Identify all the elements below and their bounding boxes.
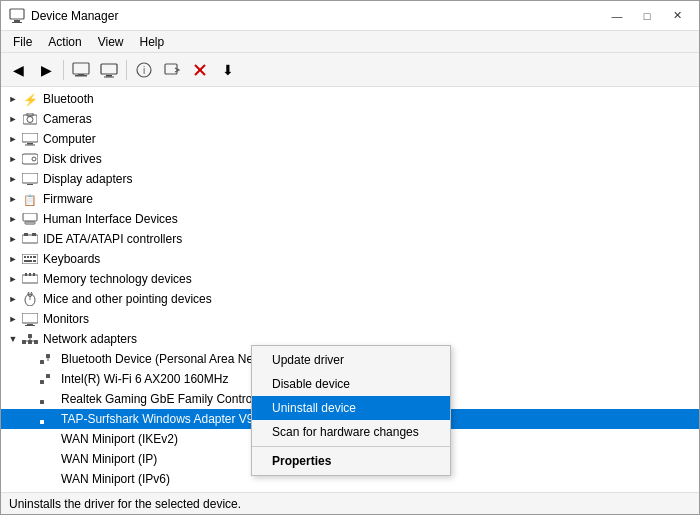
tree-item-firmware[interactable]: ► 📋 Firmware [1, 189, 699, 209]
svg-rect-29 [24, 233, 28, 236]
minimize-button[interactable]: — [603, 6, 631, 26]
svg-rect-60 [40, 420, 44, 424]
expand-keyboards[interactable]: ► [5, 251, 21, 267]
realtek-label: Realtek Gaming GbE Family Controller [61, 392, 268, 406]
svg-rect-58 [46, 374, 50, 378]
properties-button[interactable] [68, 57, 94, 83]
expand-memory[interactable]: ► [5, 271, 21, 287]
ctx-uninstall-device[interactable]: Uninstall device [252, 396, 450, 420]
svg-rect-45 [22, 313, 38, 323]
tree-item-ide[interactable]: ► IDE ATA/ATAPI controllers [1, 229, 699, 249]
svg-text:⚡: ⚡ [23, 92, 37, 106]
forward-button[interactable]: ▶ [33, 57, 59, 83]
scan-button[interactable] [159, 57, 185, 83]
menu-view[interactable]: View [90, 33, 132, 51]
svg-rect-19 [27, 143, 33, 145]
expand-ide[interactable]: ► [5, 231, 21, 247]
svg-rect-33 [27, 256, 29, 258]
disk-label: Disk drives [43, 152, 102, 166]
title-icon [9, 8, 25, 24]
svg-rect-31 [22, 254, 38, 264]
svg-rect-20 [25, 144, 35, 145]
memory-label: Memory technology devices [43, 272, 192, 286]
svg-rect-5 [78, 74, 84, 75]
svg-rect-47 [25, 325, 35, 326]
tree-item-keyboards[interactable]: ► Keyboards [1, 249, 699, 269]
close-button[interactable]: ✕ [663, 6, 691, 26]
svg-rect-51 [28, 334, 32, 338]
tree-item-disk[interactable]: ► Disk drives [1, 149, 699, 169]
expand-bluetooth[interactable]: ► [5, 91, 21, 107]
wan-ikev2-icon [39, 431, 57, 447]
ctx-scan-hardware[interactable]: Scan for hardware changes [252, 420, 450, 444]
mice-icon [21, 291, 39, 307]
expand-display[interactable]: ► [5, 171, 21, 187]
menu-file[interactable]: File [5, 33, 40, 51]
expand-mice[interactable]: ► [5, 291, 21, 307]
svg-text:i: i [143, 65, 145, 76]
svg-rect-37 [33, 260, 36, 262]
display-icon [21, 171, 39, 187]
svg-rect-59 [40, 400, 44, 404]
network-icon [21, 331, 39, 347]
ctx-separator [252, 446, 450, 447]
toolbar: ◀ ▶ i [1, 53, 699, 87]
tree-item-mice[interactable]: ► Mice and other pointing devices [1, 289, 699, 309]
tree-item-computer[interactable]: ► Computer [1, 129, 699, 149]
svg-rect-55 [46, 354, 50, 358]
content-area: ► ⚡ Bluetooth ► Cameras [1, 87, 699, 492]
maximize-button[interactable]: □ [633, 6, 661, 26]
tree-item-monitors[interactable]: ► Monitors [1, 309, 699, 329]
expand-monitors[interactable]: ► [5, 311, 21, 327]
menu-action[interactable]: Action [40, 33, 89, 51]
disk-icon [21, 151, 39, 167]
expand-hid[interactable]: ► [5, 211, 21, 227]
expand-network[interactable]: ▼ [5, 331, 21, 347]
svg-rect-57 [40, 380, 44, 384]
expand-disk[interactable]: ► [5, 151, 21, 167]
svg-rect-26 [23, 213, 37, 221]
menu-bar: File Action View Help [1, 31, 699, 53]
download-button[interactable]: ⬇ [215, 57, 241, 83]
back-button[interactable]: ◀ [5, 57, 31, 83]
tree-item-wan-l2tp[interactable]: WAN Miniport (L2TP) [1, 489, 699, 492]
monitors-icon [21, 311, 39, 327]
window-title: Device Manager [31, 9, 603, 23]
ctx-disable-device[interactable]: Disable device [252, 372, 450, 396]
menu-help[interactable]: Help [132, 33, 173, 51]
bt-device-icon [39, 351, 57, 367]
monitors-label: Monitors [43, 312, 89, 326]
svg-rect-34 [30, 256, 32, 258]
computer-button[interactable] [96, 57, 122, 83]
cameras-label: Cameras [43, 112, 92, 126]
status-bar: Uninstalls the driver for the selected d… [1, 492, 699, 514]
wan-ipv6-label: WAN Miniport (IPv6) [61, 472, 170, 486]
tree-item-display[interactable]: ► Display adapters [1, 169, 699, 189]
tree-item-memory[interactable]: ► Memory technology devices [1, 269, 699, 289]
expand-computer[interactable]: ► [5, 131, 21, 147]
svg-point-22 [32, 157, 36, 161]
info-button[interactable]: i [131, 57, 157, 83]
title-bar: Device Manager — □ ✕ [1, 1, 699, 31]
ide-label: IDE ATA/ATAPI controllers [43, 232, 182, 246]
wan-l2tp-icon [39, 491, 57, 492]
ctx-update-driver[interactable]: Update driver [252, 348, 450, 372]
svg-rect-8 [104, 76, 114, 77]
svg-rect-41 [33, 273, 35, 276]
expand-cameras[interactable]: ► [5, 111, 21, 127]
realtek-icon [39, 391, 57, 407]
uninstall-button[interactable] [187, 57, 213, 83]
svg-rect-54 [40, 360, 44, 364]
device-manager-window: Device Manager — □ ✕ File Action View He… [0, 0, 700, 515]
expand-firmware[interactable]: ► [5, 191, 21, 207]
svg-rect-28 [22, 235, 38, 243]
svg-rect-0 [10, 9, 24, 19]
firmware-label: Firmware [43, 192, 93, 206]
svg-rect-30 [32, 233, 36, 236]
hid-label: Human Interface Devices [43, 212, 178, 226]
tree-item-bluetooth[interactable]: ► ⚡ Bluetooth [1, 89, 699, 109]
svg-rect-4 [75, 75, 87, 77]
tree-item-cameras[interactable]: ► Cameras [1, 109, 699, 129]
tree-item-hid[interactable]: ► Human Interface Devices [1, 209, 699, 229]
ctx-properties[interactable]: Properties [252, 449, 450, 473]
